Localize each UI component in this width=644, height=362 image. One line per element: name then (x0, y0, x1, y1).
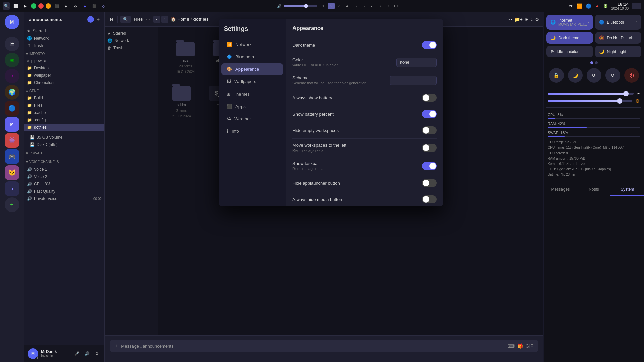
hide-applauncher-toggle[interactable] (422, 179, 437, 187)
nav-info[interactable]: ℹ Info (221, 125, 283, 137)
mute-button[interactable]: 🎤 (73, 350, 81, 358)
ch-files[interactable]: 📁Files (24, 102, 104, 109)
tab-messages[interactable]: Messages (544, 184, 577, 196)
message-input-box[interactable]: + Message #announcements ⌨ 🎁 GIF (110, 340, 538, 352)
attachment-icon[interactable]: + (115, 343, 118, 349)
ws-10[interactable]: 10 (392, 3, 399, 9)
ch-dotfiles[interactable]: 📁dotfiles (24, 124, 104, 131)
voice-section-header[interactable]: ▾Voice channels + (24, 156, 104, 166)
app-icon-1[interactable]: ⬜ (12, 2, 19, 10)
server-icon-3[interactable]: B (5, 69, 19, 83)
volume-slider[interactable] (284, 5, 317, 7)
ws-3[interactable]: 3 (336, 3, 343, 9)
fm-network[interactable]: 🌐Network (105, 37, 158, 44)
scheme-select[interactable] (390, 76, 437, 85)
nav-network[interactable]: 📶 Network (221, 39, 283, 50)
always-show-battery-toggle[interactable] (422, 94, 437, 102)
app-icon-5[interactable]: ⚙ (72, 2, 79, 10)
ch-cache[interactable]: 📁.cache (24, 109, 104, 116)
refresh-button[interactable]: ↺ (605, 68, 620, 83)
channel-starred[interactable]: ★ Starred (24, 27, 104, 35)
nav-appearance[interactable]: 🎨 Appearance (221, 63, 283, 75)
power-button[interactable]: ⏻ (624, 68, 639, 83)
ws-5[interactable]: 5 (352, 3, 359, 9)
discord-home-button[interactable]: M (5, 15, 19, 29)
brightness-slider-2[interactable] (548, 100, 632, 102)
ws-7[interactable]: 7 (368, 3, 375, 9)
voice-2[interactable]: 🔊Voice 2 (24, 173, 104, 180)
fm-forward-button[interactable]: › (161, 16, 168, 23)
battery-percent-toggle[interactable] (422, 110, 437, 118)
brightness-slider-1[interactable] (548, 93, 634, 95)
ws-4[interactable]: 4 (344, 3, 351, 9)
lock-button[interactable]: 🔒 (549, 68, 564, 83)
ch-build[interactable]: 📁Build (24, 94, 104, 102)
hide-empty-workspaces-toggle[interactable] (422, 126, 437, 134)
server-icon-4[interactable]: 🌍 (5, 85, 19, 100)
ch-pipewire[interactable]: #pipewire (24, 57, 104, 64)
bluetooth-icon[interactable]: 🔵 (586, 3, 591, 9)
private-voice-channel[interactable]: 🔊 Private Voice 00 02 (24, 195, 104, 202)
ws-8[interactable]: 8 (376, 3, 383, 9)
app-icon-2[interactable]: ▶ (21, 2, 29, 10)
move-workspaces-toggle[interactable] (422, 144, 437, 152)
section-general[interactable]: ▾Gene (24, 86, 104, 94)
section-private[interactable]: #private (24, 148, 104, 156)
ws-6[interactable]: 6 (360, 3, 367, 9)
notification-area[interactable] (632, 3, 641, 9)
qs-dark-theme[interactable]: 🌙 Dark theme (546, 32, 593, 44)
ws-1[interactable]: 1 (320, 3, 327, 9)
server-icon-9[interactable]: 🐱 (5, 165, 19, 180)
fm-back-button[interactable]: ‹ (153, 16, 160, 23)
fast-quality-channel[interactable]: 🔊Fast Quality (24, 188, 104, 195)
fm-search-button[interactable]: 🔍 (120, 16, 131, 23)
fm-settings-button[interactable]: ⚙ (535, 17, 539, 22)
fm-more-button[interactable]: ⋯ (145, 16, 151, 22)
server-icon-10[interactable]: a (5, 181, 19, 196)
app-icon-7[interactable]: ⬛ (91, 2, 98, 10)
fm-menu-button[interactable]: ⋯ (507, 17, 512, 22)
server-icon-7[interactable]: 👾 (5, 133, 19, 148)
add-voice-button[interactable]: + (100, 159, 102, 164)
show-taskbar-toggle[interactable] (422, 162, 437, 170)
ws-9[interactable]: 9 (384, 3, 391, 9)
fm-sort-button[interactable]: ↕ (531, 17, 533, 22)
volume-icon[interactable]: 🔊 (277, 4, 282, 8)
ch-chromalust[interactable]: 📁Chromalust (24, 79, 104, 86)
ch-wallpaper[interactable]: 📁wallpaper (24, 72, 104, 79)
server-icon-2[interactable]: ◉ (5, 53, 19, 67)
ch-desktop[interactable]: 📁Desktop (24, 64, 104, 72)
keyboard-icon[interactable]: ⌨ (508, 343, 515, 349)
clock-display[interactable]: 18:14 2024-10-30 (611, 2, 629, 10)
tab-system[interactable]: System (610, 184, 644, 196)
vpn-icon[interactable]: 🔺 (595, 4, 600, 8)
fm-trash[interactable]: 🗑Trash (105, 44, 158, 52)
network-icon[interactable]: 📶 (577, 3, 582, 9)
ws-2[interactable]: 2 (328, 3, 335, 9)
nav-weather[interactable]: 🌤 Weather (221, 113, 283, 125)
sleep-button[interactable]: 🌙 (568, 68, 583, 83)
gif-icon[interactable]: GIF (526, 343, 533, 349)
gift-icon[interactable]: 🎁 (517, 343, 523, 349)
hide-media-button-toggle[interactable] (422, 195, 437, 203)
logout-button[interactable]: ⟳ (587, 68, 601, 83)
app-icon-3[interactable]: ⬛ (53, 2, 60, 10)
server-icon-5[interactable]: 🔵 (5, 101, 19, 116)
app-icon-8[interactable]: ◇ (100, 2, 107, 10)
settings-button[interactable]: ⚙ (93, 350, 101, 358)
qs-bluetooth[interactable]: 🔵 Bluetooth › (595, 15, 642, 30)
voice-1[interactable]: 🔊Voice 1 (24, 166, 104, 173)
path-home[interactable]: Home (177, 17, 189, 22)
add-server-button[interactable]: + (5, 197, 19, 212)
fm-new-folder-button[interactable]: 📁+ (514, 17, 523, 22)
server-icon-8[interactable]: 🎮 (5, 149, 19, 164)
message-input[interactable]: Message #announcements (121, 344, 504, 349)
ch-config[interactable]: 📁.config (24, 116, 104, 124)
qs-night-light[interactable]: 🌙 Night Light (595, 46, 642, 57)
server-icon-6[interactable]: M (5, 117, 19, 132)
fm-starred[interactable]: ★Starred (105, 29, 158, 37)
add-tab-button[interactable]: + (97, 16, 100, 22)
qs-do-not-disturb[interactable]: 🔕 Do Not Disturb (595, 32, 642, 44)
nav-apps[interactable]: ⬛ Apps (221, 101, 283, 112)
color-input[interactable] (396, 58, 437, 67)
